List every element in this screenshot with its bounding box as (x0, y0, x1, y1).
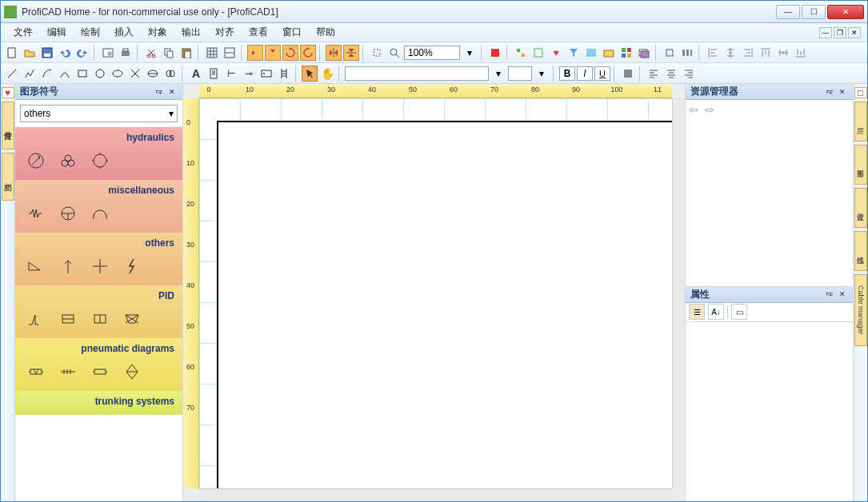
hand-icon[interactable]: ✋ (319, 66, 335, 82)
redo-icon[interactable] (74, 45, 90, 61)
folder-icon[interactable] (601, 45, 617, 61)
symbol-icon[interactable] (90, 257, 110, 276)
open-icon[interactable] (22, 45, 38, 61)
color-icon[interactable] (620, 66, 636, 82)
order-icon[interactable] (636, 45, 652, 61)
menu-object[interactable]: 对象 (142, 24, 174, 41)
rotate-ccw-icon[interactable] (300, 45, 316, 61)
symbol-icon[interactable] (26, 309, 46, 329)
props-pages-icon[interactable]: ▭ (731, 304, 747, 320)
text-icon[interactable]: A (188, 66, 204, 82)
ellipse-icon[interactable] (110, 66, 126, 82)
arc-icon[interactable] (39, 66, 55, 82)
mirror-v-icon[interactable] (343, 45, 359, 61)
pointer-icon[interactable] (302, 66, 318, 82)
print-icon[interactable] (118, 45, 134, 61)
scrollbar-horizontal[interactable] (199, 488, 672, 501)
zoom-icon[interactable] (386, 45, 402, 61)
symbol-icon[interactable] (58, 309, 78, 329)
favorites-tab[interactable]: ♥ (2, 87, 14, 98)
underline-button[interactable]: U (594, 66, 610, 81)
nav-forward-icon[interactable]: ⇨ (705, 103, 718, 116)
size-dropdown-icon[interactable]: ▾ (534, 66, 550, 82)
symbol-icon[interactable] (58, 257, 78, 276)
mirror-h-icon[interactable] (326, 45, 342, 61)
mdi-minimize[interactable]: — (819, 27, 832, 38)
page-icon[interactable] (206, 66, 222, 82)
category-hydraulics[interactable]: hydraulics (15, 127, 182, 180)
distribute-icon[interactable] (679, 45, 695, 61)
crop-icon[interactable] (662, 45, 678, 61)
bold-button[interactable]: B (559, 66, 575, 81)
mdi-restore[interactable]: ❐ (834, 27, 846, 38)
symbol-icon[interactable] (90, 362, 110, 381)
panel-close-icon[interactable]: ✕ (166, 86, 178, 98)
align-middle-icon[interactable] (775, 45, 791, 61)
panel-pin-icon[interactable]: ⮓ (824, 86, 835, 98)
scrollbar-vertical[interactable] (672, 98, 685, 488)
italic-button[interactable]: I (577, 66, 593, 81)
category-trunking[interactable]: trunking systems (15, 391, 182, 415)
circle-icon[interactable] (92, 66, 108, 82)
menu-align[interactable]: 对齐 (209, 24, 241, 41)
align-center-icon[interactable] (722, 45, 738, 61)
extent-icon[interactable] (369, 45, 385, 61)
panel-pin-icon[interactable]: ⮓ (154, 86, 165, 98)
flip-h-icon[interactable] (247, 45, 263, 61)
align-bottom-icon[interactable] (793, 45, 809, 61)
menu-edit[interactable]: 编辑 (41, 24, 73, 41)
flip-v-icon[interactable] (265, 45, 281, 61)
point-icon[interactable]: ⊸ (241, 66, 257, 82)
rtab-cable-manager[interactable]: Cable manager (854, 274, 867, 346)
links-icon[interactable] (222, 45, 238, 61)
maximize-button[interactable]: ☐ (802, 5, 826, 19)
symbol-icon[interactable] (122, 362, 142, 381)
font-select[interactable] (345, 66, 489, 81)
undo-icon[interactable] (57, 45, 73, 61)
menu-draw[interactable]: 绘制 (74, 24, 106, 41)
menu-insert[interactable]: 插入 (108, 24, 140, 41)
align-text-right-icon[interactable] (681, 66, 697, 82)
panel-close-icon[interactable]: ✕ (837, 289, 848, 300)
minimize-button[interactable]: — (776, 5, 800, 19)
symbol-icon[interactable] (90, 151, 110, 170)
symbol-icon[interactable] (90, 204, 110, 223)
symbol-icon[interactable] (90, 309, 110, 329)
cross-icon[interactable] (127, 66, 143, 82)
menu-window[interactable]: 窗口 (276, 24, 308, 41)
symbol-icon[interactable] (122, 257, 142, 276)
bezier-icon[interactable] (57, 66, 73, 82)
category-pid[interactable]: PID (15, 285, 182, 338)
category-pneumatic[interactable]: pneumatic diagrams (15, 338, 182, 391)
symbol-icon[interactable] (26, 151, 46, 170)
paste-icon[interactable] (178, 45, 194, 61)
preview-icon[interactable] (100, 45, 116, 61)
copy-icon[interactable] (161, 45, 177, 61)
nav-back-icon[interactable]: ⇦ (689, 103, 702, 116)
align-text-left-icon[interactable] (646, 66, 662, 82)
props-alpha-icon[interactable]: A↓ (708, 304, 724, 320)
rtab-icon[interactable]: □ (854, 87, 867, 98)
category-others[interactable]: others (15, 233, 182, 285)
rect-icon[interactable] (74, 66, 90, 82)
ellipse-arc-icon[interactable] (145, 66, 161, 82)
group-icon[interactable] (618, 45, 634, 61)
close-button[interactable]: ✕ (827, 5, 864, 19)
rtab-settings[interactable]: 设置 (854, 188, 867, 228)
font-size-input[interactable] (508, 66, 532, 81)
canvas[interactable] (199, 98, 672, 488)
rotate-cw-icon[interactable] (282, 45, 298, 61)
symbol-icon[interactable] (26, 257, 46, 276)
symbol-icon[interactable] (26, 362, 46, 381)
category-select[interactable]: others ▾ (20, 105, 178, 122)
shape1-icon[interactable] (513, 45, 529, 61)
documents-tab[interactable]: 文档 (2, 153, 14, 201)
cut-icon[interactable] (143, 45, 159, 61)
ladder-icon[interactable] (276, 66, 292, 82)
align-text-center-icon[interactable] (663, 66, 679, 82)
menu-help[interactable]: 帮助 (310, 24, 342, 41)
align-left-icon[interactable] (705, 45, 721, 61)
align-top-icon[interactable] (758, 45, 774, 61)
symbol-icon[interactable] (122, 309, 142, 329)
align-right-icon[interactable] (740, 45, 756, 61)
